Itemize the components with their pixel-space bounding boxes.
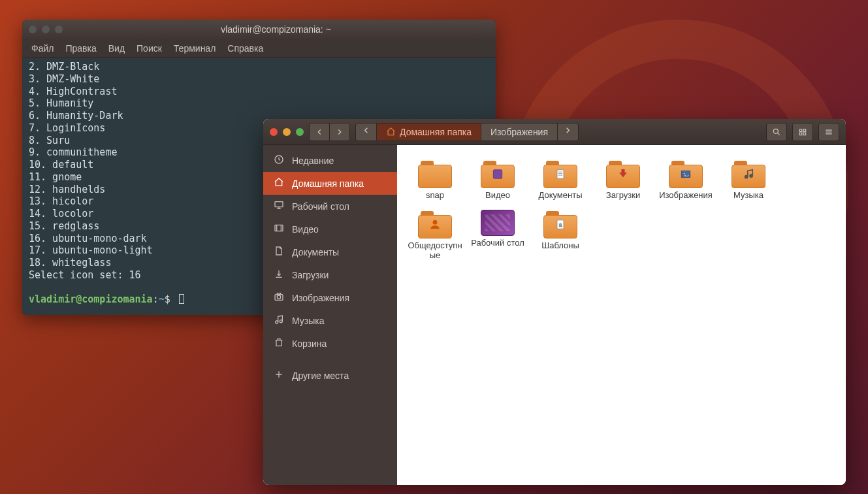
sidebar-item-label: Музыка xyxy=(292,316,325,326)
file-item[interactable]: Общедоступные xyxy=(404,207,466,263)
music-icon xyxy=(274,314,284,327)
maximize-icon[interactable] xyxy=(55,25,63,33)
file-item-label: Видео xyxy=(485,191,510,201)
svg-text:a: a xyxy=(559,222,562,228)
download-icon xyxy=(274,269,284,281)
pathbar: Домашняя папка Изображения xyxy=(355,123,579,141)
terminal-menu-справка[interactable]: Справка xyxy=(227,43,263,54)
svg-rect-3 xyxy=(803,129,806,131)
svg-marker-30 xyxy=(619,173,627,178)
sidebar-item-plus[interactable]: Другие места xyxy=(263,364,397,387)
file-item[interactable]: Видео xyxy=(466,157,529,203)
sidebar-item-home[interactable]: Домашняя папка xyxy=(263,172,397,195)
folder-image-badge-icon xyxy=(679,168,692,183)
svg-rect-20 xyxy=(277,293,280,295)
folder-icon xyxy=(418,210,452,239)
home-icon xyxy=(274,177,284,189)
folder-music-badge-icon xyxy=(742,168,755,183)
file-item[interactable]: Документы xyxy=(529,157,592,203)
file-item[interactable]: Рабочий стол xyxy=(466,207,529,263)
menu-button[interactable] xyxy=(818,123,839,141)
desktop-icon xyxy=(274,200,284,212)
terminal-menu-вид[interactable]: Вид xyxy=(108,43,125,54)
nav-buttons xyxy=(309,123,350,141)
svg-rect-25 xyxy=(493,170,502,178)
sidebar-item-camera[interactable]: Изображения xyxy=(263,286,397,309)
video-icon xyxy=(274,223,284,235)
file-item-label: snap xyxy=(426,191,444,201)
file-item-label: Загрузки xyxy=(606,191,640,201)
path-segment-home[interactable]: Домашняя папка xyxy=(377,124,481,140)
terminal-menu-терминал[interactable]: Терминал xyxy=(174,43,216,54)
folder-icon xyxy=(606,159,640,188)
folder-template-badge-icon: a xyxy=(554,218,567,233)
terminal-menu-поиск[interactable]: Поиск xyxy=(137,43,162,54)
terminal-titlebar[interactable]: vladimir@compizomania: ~ xyxy=(22,20,496,39)
terminal-menubar: ФайлПравкаВидПоискТерминалСправка xyxy=(22,39,496,58)
trash-icon xyxy=(274,337,284,350)
sidebar-item-video[interactable]: Видео xyxy=(263,218,397,240)
camera-icon xyxy=(274,291,284,304)
sidebar-item-label: Корзина xyxy=(292,338,327,349)
path-current-label: Изображения xyxy=(490,127,548,137)
sidebar-item-label: Рабочий стол xyxy=(292,201,349,212)
maximize-icon[interactable] xyxy=(296,128,304,136)
minimize-icon[interactable] xyxy=(42,25,50,33)
path-next-icon[interactable] xyxy=(558,125,578,138)
search-button[interactable] xyxy=(766,123,787,141)
folder-video-badge-icon xyxy=(491,168,504,183)
svg-point-0 xyxy=(773,129,778,133)
svg-rect-31 xyxy=(622,169,625,173)
forward-button[interactable] xyxy=(329,123,350,141)
view-mode-button[interactable] xyxy=(792,123,813,141)
file-item-label: Музыка xyxy=(733,191,764,201)
folder-icon xyxy=(481,159,515,188)
file-manager-header: Домашняя папка Изображения xyxy=(263,119,846,145)
terminal-menu-файл[interactable]: Файл xyxy=(31,43,54,54)
sidebar-item-label: Другие места xyxy=(292,370,349,381)
sidebar-item-clock[interactable]: Недавние xyxy=(263,149,397,172)
close-icon[interactable] xyxy=(270,128,278,136)
file-manager-window: Домашняя папка Изображения НедавниеДомаш… xyxy=(263,119,846,485)
plus-icon xyxy=(274,369,284,382)
folder-public-badge-icon xyxy=(428,218,442,233)
sidebar-item-desktop[interactable]: Рабочий стол xyxy=(263,195,397,218)
file-item-label: Изображения xyxy=(659,191,713,201)
sidebar-item-label: Изображения xyxy=(292,293,349,303)
file-grid[interactable]: snapВидеоДокументыЗагрузкиИзображенияМуз… xyxy=(397,145,846,485)
sidebar-item-document[interactable]: Документы xyxy=(263,240,397,263)
svg-line-1 xyxy=(777,133,779,135)
svg-rect-10 xyxy=(275,202,283,207)
file-item-label: Общедоступные xyxy=(406,241,464,261)
file-item[interactable]: snap xyxy=(404,157,466,203)
folder-icon xyxy=(669,159,703,188)
file-item[interactable]: Музыка xyxy=(717,157,780,203)
svg-point-19 xyxy=(277,295,280,299)
window-controls xyxy=(29,25,63,33)
close-icon[interactable] xyxy=(29,25,37,33)
terminal-title: vladimir@compizomania: ~ xyxy=(63,24,489,35)
path-segment-current[interactable]: Изображения xyxy=(481,124,557,140)
folder-doc-badge-icon xyxy=(554,168,567,183)
clock-icon xyxy=(274,154,284,167)
svg-rect-5 xyxy=(803,133,806,135)
window-controls xyxy=(270,128,304,136)
file-item[interactable]: aШаблоны xyxy=(529,207,592,263)
path-prev-icon[interactable] xyxy=(356,125,376,138)
back-button[interactable] xyxy=(309,123,329,141)
file-item[interactable]: Изображения xyxy=(654,157,717,203)
file-item[interactable]: Загрузки xyxy=(592,157,654,203)
terminal-menu-правка[interactable]: Правка xyxy=(65,43,96,54)
sidebar-item-music[interactable]: Музыка xyxy=(263,309,397,332)
folder-icon xyxy=(543,159,577,188)
folder-download-badge-icon xyxy=(617,168,630,183)
sidebar-item-trash[interactable]: Корзина xyxy=(263,332,397,355)
sidebar: НедавниеДомашняя папкаРабочий столВидеоД… xyxy=(263,145,397,485)
sidebar-item-download[interactable]: Загрузки xyxy=(263,263,397,286)
file-item-label: Рабочий стол xyxy=(471,239,524,248)
folder-icon xyxy=(731,159,765,188)
minimize-icon[interactable] xyxy=(283,128,291,136)
sidebar-item-label: Домашняя папка xyxy=(292,178,364,189)
svg-rect-2 xyxy=(799,129,802,131)
sidebar-item-label: Документы xyxy=(292,247,339,257)
